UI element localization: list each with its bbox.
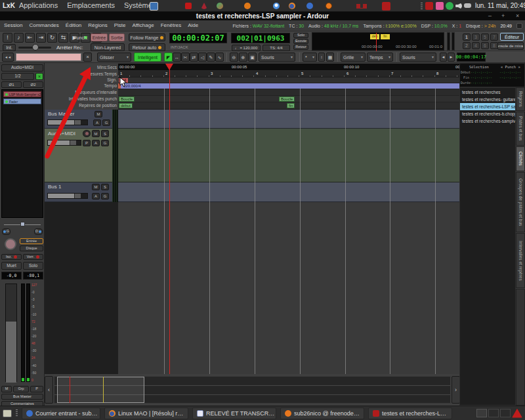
- strip-input-button[interactable]: 1/2: [1, 73, 34, 80]
- automation-button[interactable]: A: [92, 193, 100, 200]
- meter-post-button[interactable]: P: [30, 386, 43, 392]
- task-mail[interactable]: Courrier entrant - sub…: [22, 408, 100, 419]
- punch-in-button[interactable]: Entrée: [91, 33, 108, 41]
- tray-ardour-icon[interactable]: [425, 2, 433, 10]
- nudge-clock[interactable]: 00:00:04:17: [457, 52, 486, 62]
- midi-panic-button[interactable]: !: [3, 33, 12, 43]
- ruler-label-tempo[interactable]: Tempo: [46, 84, 117, 89]
- chromium-icon[interactable]: [273, 3, 280, 9]
- task-ardour[interactable]: testes et recherches-L…: [368, 408, 452, 419]
- range-tool-button[interactable]: ↔: [173, 52, 181, 62]
- tray-tool-icon[interactable]: [464, 3, 471, 8]
- sync-source-label[interactable]: INT/JACK: [171, 45, 188, 49]
- zoom-focus-combo[interactable]: Souris▾: [259, 52, 295, 62]
- media-app-icon[interactable]: [150, 2, 158, 10]
- chat-icon[interactable]: [306, 3, 313, 9]
- tray-handle[interactable]: [421, 3, 423, 9]
- end-marker[interactable]: fin: [287, 103, 295, 108]
- window-titlebar[interactable]: testes et recherches-LSP sampler - Ardou…: [0, 12, 525, 20]
- record-arm-button[interactable]: [83, 130, 91, 137]
- summary-scroll-left-button[interactable]: ‹: [45, 376, 53, 404]
- gain-display[interactable]: -0,0: [1, 272, 22, 280]
- processor-led[interactable]: [5, 100, 8, 103]
- punch-start-clock[interactable]: --:--:--:--: [499, 70, 521, 74]
- processor-box[interactable]: LSP Multi-Sampler x24 Fader: [1, 89, 43, 218]
- script-button-2[interactable]: 2: [463, 42, 471, 49]
- script-button-7[interactable]: 7: [490, 33, 498, 41]
- menu-systeme[interactable]: Système: [124, 2, 152, 9]
- cut-tool-button[interactable]: ✂: [181, 52, 190, 62]
- tab-regions[interactable]: Régions: [516, 87, 525, 111]
- strip-solo-button[interactable]: Solo: [23, 262, 43, 270]
- selection-start-clock[interactable]: --:--:--:--: [471, 70, 492, 74]
- loop-end-marker[interactable]: Boucle: [279, 96, 295, 102]
- tray-volume-icon[interactable]: [455, 3, 462, 9]
- edit-point-combo[interactable]: Souris▾: [400, 52, 436, 62]
- track-fader[interactable]: [47, 193, 88, 199]
- automation-button[interactable]: A: [93, 119, 101, 126]
- menu-emplacements[interactable]: Emplacements: [67, 2, 115, 9]
- automation-button[interactable]: A: [92, 140, 100, 146]
- leaf-icon[interactable]: [217, 3, 223, 9]
- audition-tool-button[interactable]: ◁: [198, 52, 207, 62]
- processor-led[interactable]: [5, 93, 8, 96]
- mini-timeline[interactable]: déb fin 00:00:00:00 00:00:30:00 00:01:0: [312, 32, 444, 51]
- show-desktop-button[interactable]: [3, 410, 12, 417]
- loop-start-marker[interactable]: Boucle: [119, 96, 135, 102]
- loop-button[interactable]: ↻: [47, 33, 57, 43]
- zoom-out-button[interactable]: ⊖: [230, 52, 238, 62]
- panner-handle[interactable]: [20, 222, 25, 226]
- track-header-bus-master[interactable]: Bus Master M A G: [45, 110, 112, 129]
- firefox-icon[interactable]: [289, 3, 295, 9]
- signature-marker[interactable]: 4/4: [119, 78, 128, 83]
- solo-indicator-button[interactable]: Solo: [293, 33, 308, 38]
- snapshot-item[interactable]: testes et recherches-b.choppr: [460, 110, 515, 117]
- menu-session[interactable]: Session: [4, 23, 22, 28]
- follow-range-button[interactable]: Follow Range: [129, 33, 165, 41]
- menu-regions[interactable]: Régions: [88, 23, 107, 28]
- track-name-bus-master[interactable]: Bus Master: [48, 112, 74, 117]
- jack-icon[interactable]: [244, 3, 251, 9]
- task-firefox[interactable]: Linux MAO | [Résolu] r…: [104, 408, 188, 419]
- snap-combo[interactable]: *▾: [303, 52, 317, 62]
- mini-timeline-marker-start[interactable]: déb: [370, 34, 379, 39]
- script-button-5[interactable]: 5: [481, 33, 489, 41]
- ardour-session-icon[interactable]: [382, 2, 390, 10]
- tab-ranges-marks[interactable]: Intervalles et repères: [516, 233, 525, 288]
- phase-invert-1-button[interactable]: Ø1: [1, 81, 22, 88]
- strip-io-x-button[interactable]: ×: [35, 73, 43, 80]
- ruler-label-bars[interactable]: Mesures:Temps: [46, 72, 117, 77]
- workspace-2[interactable]: [488, 409, 499, 417]
- grid-mode-combo[interactable]: Grille▾: [341, 52, 366, 62]
- smart-mode-button[interactable]: Intelligent: [134, 52, 161, 62]
- shuttle-mode-button[interactable]: Int.: [3, 44, 16, 51]
- script-button-6[interactable]: 6: [481, 42, 489, 49]
- grid-type-combo[interactable]: Temps▾: [367, 52, 393, 62]
- tab-snapshots[interactable]: Clichés: [516, 146, 525, 171]
- snapshot-item[interactable]: testes et recherches-samplv1: [460, 117, 515, 125]
- strip-name-button[interactable]: Audio+MIDI: [1, 64, 43, 72]
- selection-length-clock[interactable]: --:--:--:--: [471, 81, 492, 85]
- track-fader[interactable]: [47, 140, 81, 146]
- monitor-input-button[interactable]: Entrée: [20, 238, 43, 244]
- window-minimize-button[interactable]: –: [488, 13, 492, 19]
- show-editor-button[interactable]: Éditeur: [500, 33, 524, 41]
- strip-record-button[interactable]: [5, 238, 16, 250]
- menu-piste[interactable]: Piste: [114, 23, 126, 28]
- hexchat-icon[interactable]: [326, 3, 332, 9]
- tab-track-groups[interactable]: Groupes de pistes et bus: [516, 172, 525, 232]
- shuttle-slider[interactable]: [18, 47, 51, 49]
- stretch-tool-button[interactable]: ⇄: [190, 52, 198, 62]
- menu-edition[interactable]: Édition: [66, 23, 81, 28]
- track-name-bus1[interactable]: Bus 1: [48, 184, 61, 190]
- group-button[interactable]: G: [101, 193, 109, 200]
- zoom-in-button[interactable]: ⊕: [239, 52, 247, 62]
- mute-button[interactable]: M: [92, 184, 100, 190]
- processor-lsp-sampler[interactable]: LSP Multi-Sampler x24: [3, 91, 41, 97]
- task-hexchat[interactable]: sub26nico @ freenode…: [280, 408, 364, 419]
- feedback-close-button[interactable]: ×: [83, 52, 92, 62]
- ruler-label-loop-punch[interactable]: Intervalles bouclés punch: [46, 97, 117, 102]
- toolbar-back-button[interactable]: ◄◄: [2, 52, 14, 62]
- go-end-button[interactable]: ⇥: [36, 33, 46, 43]
- pan-right-button[interactable]: D: [34, 228, 43, 235]
